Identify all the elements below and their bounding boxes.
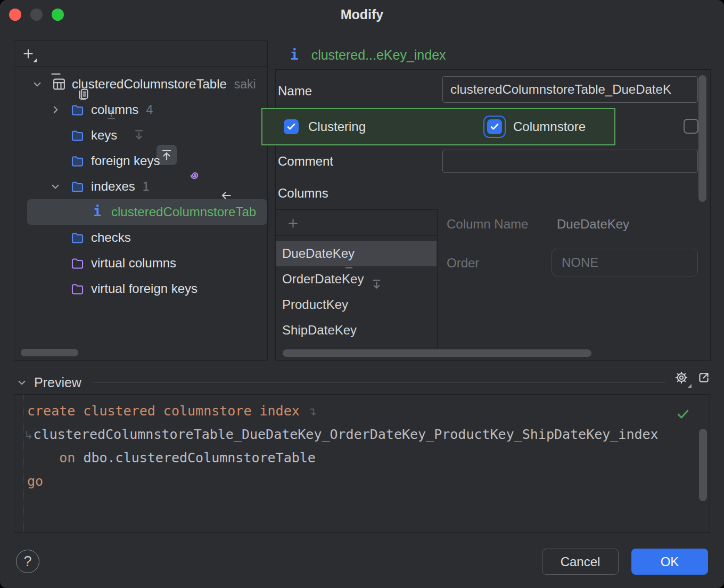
tree-item-keys[interactable]: keys bbox=[14, 123, 267, 148]
column-item-label: ProductKey bbox=[282, 297, 348, 312]
sql-table-ref: dbo.clusteredColumnstoreTable bbox=[75, 450, 316, 466]
folder-icon bbox=[70, 103, 85, 120]
folder-purple-icon bbox=[70, 282, 85, 299]
sql-keyword: go bbox=[27, 473, 43, 489]
tree-item-label: virtual columns bbox=[91, 256, 176, 271]
open-in-new-icon bbox=[696, 370, 711, 385]
object-tree-panel: clusteredColumnstoreTable saki columns 4… bbox=[14, 40, 268, 361]
order-select[interactable]: NONE bbox=[552, 249, 698, 276]
add-column-button[interactable] bbox=[283, 213, 303, 233]
code-line-2: ↳clusteredColumnstoreTable_DueDateKey_Or… bbox=[24, 423, 659, 447]
column-name-value: DueDateKey bbox=[557, 217, 629, 232]
preview-title[interactable]: Preview bbox=[34, 375, 81, 390]
tree-horizontal-scrollbar[interactable] bbox=[21, 349, 78, 356]
preview-header: Preview bbox=[0, 370, 724, 394]
column-list-item-selected[interactable]: DueDateKey bbox=[276, 241, 437, 266]
tree-item-columns[interactable]: columns 4 bbox=[14, 97, 267, 123]
details-vertical-scrollbar[interactable] bbox=[698, 75, 706, 202]
preview-vertical-scrollbar[interactable] bbox=[699, 429, 707, 501]
columnstore-checkbox[interactable] bbox=[487, 119, 502, 134]
column-list: DueDateKey OrderDateKey ProductKey ShipD… bbox=[276, 241, 437, 350]
tree-item-virtual-foreign-keys[interactable]: virtual foreign keys bbox=[14, 276, 267, 301]
name-value: clusteredColumnstoreTable_DueDateK bbox=[450, 82, 671, 97]
check-icon bbox=[489, 121, 500, 133]
tree-item-checks[interactable]: checks bbox=[14, 225, 267, 250]
cancel-button[interactable]: Cancel bbox=[542, 549, 619, 575]
name-input[interactable]: clusteredColumnstoreTable_DueDateK bbox=[442, 76, 698, 103]
cancel-label: Cancel bbox=[561, 554, 600, 569]
table-icon bbox=[52, 77, 67, 95]
tree-item-label: virtual foreign keys bbox=[91, 281, 198, 296]
tree-item-label: clusteredColumnstoreTable bbox=[72, 77, 227, 92]
sql-identifier: clusteredColumnstoreTable_DueDateKey_Ord… bbox=[34, 427, 659, 442]
columns-list-panel: DueDateKey OrderDateKey ProductKey ShipD… bbox=[276, 209, 438, 350]
preview-settings-button[interactable] bbox=[671, 368, 692, 388]
dropdown-corner-icon bbox=[33, 59, 37, 62]
chevron-down-icon[interactable] bbox=[30, 77, 44, 94]
folder-icon bbox=[70, 179, 85, 197]
tree-item-virtual-columns[interactable]: virtual columns bbox=[14, 250, 267, 276]
no-problems-checkmark-icon bbox=[676, 406, 690, 423]
column-item-label: ShipDateKey bbox=[282, 323, 357, 338]
chevron-right-icon[interactable] bbox=[48, 103, 62, 120]
tree-toolbar bbox=[14, 41, 267, 67]
tree-item-label: clusteredColumnstoreTab bbox=[111, 205, 256, 219]
chevron-down-icon[interactable] bbox=[15, 375, 29, 391]
column-name-label: Column Name bbox=[447, 217, 528, 232]
item-count: 1 bbox=[143, 179, 150, 194]
folder-icon bbox=[70, 231, 85, 248]
editor-gutter-line bbox=[23, 395, 24, 532]
name-label: Name bbox=[278, 84, 312, 99]
clustering-label: Clustering bbox=[308, 119, 366, 134]
details-horizontal-scrollbar[interactable] bbox=[283, 349, 591, 357]
tree-item-table[interactable]: clusteredColumnstoreTable saki bbox=[14, 71, 267, 97]
tree-item-index-selected[interactable]: i clusteredColumnstoreTab bbox=[14, 199, 267, 225]
index-i-icon: i bbox=[290, 47, 299, 63]
column-list-item[interactable]: ShipDateKey bbox=[276, 317, 437, 343]
chevron-down-icon[interactable] bbox=[48, 179, 62, 197]
index-header-label: clustered...eKey_index bbox=[311, 47, 446, 63]
preview-divider bbox=[93, 382, 665, 383]
object-tree: clusteredColumnstoreTable saki columns 4… bbox=[14, 71, 267, 344]
order-label: Order bbox=[447, 256, 479, 271]
help-button[interactable]: ? bbox=[16, 550, 39, 573]
sql-preview-editor[interactable]: create clustered columnstore index ↴ ↳cl… bbox=[14, 394, 710, 533]
tree-item-indexes[interactable]: indexes 1 bbox=[14, 174, 267, 199]
code-line-1: create clustered columnstore index ↴ bbox=[27, 399, 317, 423]
dialog-title: Modify bbox=[0, 7, 724, 22]
tree-item-foreign-keys[interactable]: foreign keys bbox=[14, 148, 267, 174]
open-in-editor-button[interactable] bbox=[694, 368, 714, 388]
code-line-3: on dbo.clusteredColumnstoreTable bbox=[27, 446, 316, 470]
column-list-item[interactable]: ProductKey bbox=[276, 292, 437, 317]
comment-label: Comment bbox=[278, 154, 333, 169]
index-details-panel: Name clusteredColumnstoreTable_DueDateK … bbox=[275, 69, 711, 361]
dropdown-corner-icon bbox=[688, 384, 692, 388]
folder-purple-icon bbox=[70, 256, 85, 274]
modify-dialog: Modify bbox=[0, 0, 724, 588]
folder-icon bbox=[70, 154, 85, 172]
add-button[interactable] bbox=[18, 44, 38, 64]
highlighted-options-row: Clustering Columnstore bbox=[261, 108, 615, 145]
sql-keyword: on bbox=[59, 450, 75, 466]
soft-wrap-continuation-marker: ↳ bbox=[24, 429, 34, 442]
check-icon bbox=[285, 121, 297, 133]
comment-input[interactable] bbox=[442, 150, 698, 173]
tree-item-label: keys bbox=[91, 128, 117, 143]
tree-item-label: indexes bbox=[91, 179, 135, 194]
gear-icon bbox=[674, 370, 689, 385]
ok-button[interactable]: OK bbox=[631, 549, 708, 575]
columns-toolbar bbox=[276, 210, 437, 236]
soft-wrap-marker: ↴ bbox=[308, 405, 317, 418]
schema-suffix: saki bbox=[234, 77, 256, 92]
add-icon bbox=[286, 217, 300, 230]
code-line-4: go bbox=[27, 470, 43, 493]
help-label: ? bbox=[23, 553, 31, 570]
columnstore-checkbox-focus-ring bbox=[483, 116, 506, 138]
column-item-label: OrderDateKey bbox=[282, 272, 364, 287]
columns-label: Columns bbox=[278, 186, 328, 201]
tree-item-label: checks bbox=[91, 230, 131, 245]
sql-keywords: create clustered columnstore index bbox=[27, 403, 300, 419]
clipped-checkbox[interactable] bbox=[684, 119, 698, 134]
clustering-checkbox[interactable] bbox=[284, 119, 299, 134]
column-list-item[interactable]: OrderDateKey bbox=[276, 266, 437, 292]
